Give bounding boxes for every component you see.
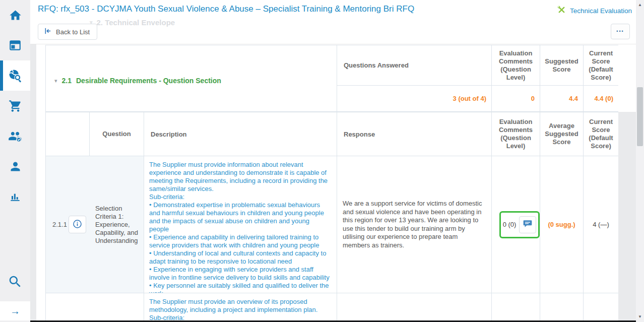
summary-suggested-score-value: 4.4 bbox=[540, 85, 583, 111]
search-icon bbox=[8, 274, 23, 289]
summary-col-suggested-score: Suggested Score bbox=[540, 45, 583, 85]
summary-col-evaluation-comments: Evaluation Comments (Question Level) bbox=[491, 45, 540, 85]
scroll-up-arrow-icon[interactable]: ▲ bbox=[636, 1, 644, 9]
back-to-bar-icon bbox=[43, 27, 52, 37]
section-title: Desirable Requirements - Question Sectio… bbox=[76, 77, 221, 84]
home-icon bbox=[9, 9, 22, 22]
next-question-response-cell bbox=[337, 293, 491, 320]
sidebar-item-workspace[interactable] bbox=[0, 34, 30, 56]
expand-arrow-icon: → bbox=[10, 306, 20, 316]
section-collapse-icon[interactable]: ▾ bbox=[54, 77, 57, 84]
back-to-list-label: Back to List bbox=[56, 28, 90, 36]
evaluation-comments-count: 0 (0) bbox=[503, 221, 517, 228]
sidebar-expand-button[interactable]: → bbox=[0, 301, 30, 320]
comment-highlight-box: 0 (0) bbox=[499, 211, 540, 238]
evaluation-content: ▾ 2.1 Desirable Requirements - Question … bbox=[30, 44, 636, 320]
question-label: Selection Criteria 1: Experience, Capabi… bbox=[95, 205, 143, 245]
comment-bubble-icon bbox=[523, 219, 533, 230]
sidebar-item-cart[interactable] bbox=[0, 95, 30, 117]
info-icon bbox=[72, 219, 83, 231]
col-evaluation-comments: Evaluation Comments (Question Level) bbox=[491, 112, 540, 156]
cart-icon bbox=[9, 99, 22, 113]
col-average-suggested-score: Average Suggested Score bbox=[540, 112, 583, 156]
section-number: 2.1 bbox=[62, 77, 72, 84]
sidebar-item-sourcing[interactable] bbox=[0, 65, 30, 87]
summary-col-questions-answered: Questions Answered bbox=[337, 45, 491, 85]
question-table-corner-cell bbox=[46, 112, 89, 156]
sidebar: → bbox=[0, 0, 30, 322]
section-summary-table: ▾ 2.1 Desirable Requirements - Question … bbox=[45, 45, 618, 112]
question-description: The Supplier must provide information ab… bbox=[144, 156, 337, 293]
scroll-down-arrow-icon[interactable]: ▼ bbox=[636, 313, 644, 321]
app-header: ▾ 2. Technical Envelope RFQ: rfx_503 - D… bbox=[30, 0, 636, 44]
sidebar-item-reports[interactable] bbox=[0, 185, 30, 208]
question-number: 2.1.1 bbox=[52, 221, 67, 228]
scrollbar-thumb[interactable] bbox=[637, 87, 643, 146]
envelope-breadcrumb-label: 2. Technical Envelope bbox=[97, 18, 175, 27]
sidebar-item-search[interactable] bbox=[0, 271, 30, 293]
question-info-button[interactable] bbox=[69, 216, 86, 233]
col-description: Description bbox=[144, 112, 337, 156]
evaluation-mode-flag: Technical Evaluation bbox=[557, 5, 632, 16]
col-current-score: Current Score (Default Score) bbox=[583, 112, 618, 156]
col-response: Response bbox=[337, 112, 491, 156]
next-question-suggested-cell bbox=[540, 293, 583, 320]
sidebar-item-suppliers[interactable] bbox=[0, 125, 30, 147]
current-score-value: 4 (—) bbox=[583, 156, 618, 293]
col-question: Question bbox=[89, 112, 144, 156]
more-actions-button[interactable]: ••• bbox=[611, 24, 630, 39]
vertical-scrollbar[interactable]: ▲ ▼ bbox=[636, 0, 644, 322]
next-question-id-cell bbox=[46, 293, 144, 320]
profile-icon bbox=[9, 160, 22, 173]
page-title: RFQ: rfx_503 - DCYJMA Youth Sexual Viole… bbox=[38, 4, 414, 14]
supplier-response: We are a support service for victims of … bbox=[337, 156, 491, 293]
summary-col-current-score: Current Score (Default Score) bbox=[583, 45, 618, 85]
left-gutter bbox=[30, 44, 36, 320]
summary-current-score-value: 4.4 (0) bbox=[583, 85, 618, 111]
evaluation-comments-cell: 0 (0) bbox=[491, 156, 540, 293]
sidebar-item-home[interactable] bbox=[0, 4, 30, 26]
next-question-comments-cell bbox=[491, 293, 540, 320]
average-suggested-score-value: (0 sugg.) bbox=[540, 156, 583, 293]
summary-evaluation-comments-value: 0 bbox=[491, 85, 540, 111]
add-comment-button[interactable] bbox=[519, 216, 536, 233]
reports-icon bbox=[9, 190, 22, 203]
next-question-score-cell bbox=[583, 293, 618, 320]
tools-icon bbox=[557, 5, 566, 16]
question-table: Question Description Response Evaluation… bbox=[45, 112, 618, 320]
next-question-description: The Supplier must provide an overview of… bbox=[144, 293, 337, 320]
back-to-list-button[interactable]: Back to List bbox=[38, 24, 97, 40]
sidebar-item-profile[interactable] bbox=[0, 155, 30, 177]
sourcing-globe-icon bbox=[8, 68, 23, 83]
section-header[interactable]: ▾ 2.1 Desirable Requirements - Question … bbox=[46, 45, 337, 111]
workspace-icon bbox=[9, 39, 22, 52]
summary-questions-answered-value: 3 (out of 4) bbox=[337, 85, 491, 111]
evaluation-mode-label: Technical Evaluation bbox=[570, 7, 632, 15]
screen: → ▾ 2. Technical Envelope RFQ: rfx_503 -… bbox=[0, 0, 644, 322]
question-row-id-cell: 2.1.1 Selection Criteria 1: Experience, … bbox=[46, 156, 144, 293]
supplier-group-icon bbox=[8, 129, 22, 143]
right-gutter bbox=[618, 112, 636, 320]
envelope-breadcrumb-ghost: ▾ 2. Technical Envelope bbox=[90, 18, 175, 27]
